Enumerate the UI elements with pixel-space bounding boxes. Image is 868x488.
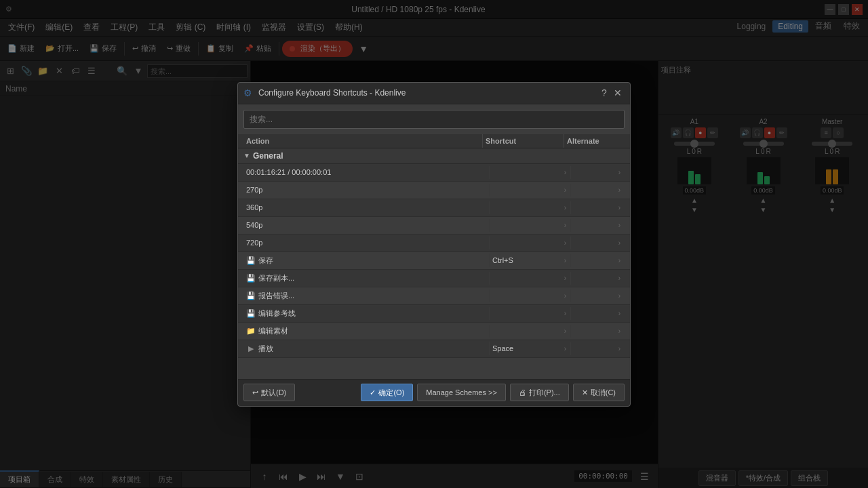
sc-alt-edit-7[interactable]: › bbox=[617, 292, 622, 300]
cancel-button[interactable]: ✕ 取消(C) bbox=[573, 384, 625, 401]
sc-text-10: 播放 bbox=[258, 344, 273, 354]
sc-text-7: 报告错误... bbox=[258, 291, 294, 301]
sc-shortcut-10: Space › bbox=[489, 342, 570, 355]
sc-icon-5: 💾 bbox=[246, 256, 256, 265]
sc-icon-10: ▶ bbox=[246, 344, 256, 353]
shortcuts-scroll-area[interactable]: ▼ General 00:01:16:21 / 00:00:00:01 › › bbox=[238, 148, 630, 379]
sc-action-1: 270p bbox=[243, 183, 489, 197]
sc-alternate-0: › bbox=[570, 166, 625, 179]
ok-button[interactable]: ✓ 确定(O) bbox=[361, 384, 413, 401]
sc-shortcut-4: › bbox=[489, 237, 570, 249]
sc-action-3: 540p bbox=[243, 218, 489, 232]
configure-shortcuts-dialog: ⚙ Configure Keyboard Shortcuts - Kdenliv… bbox=[237, 82, 631, 407]
sc-alt-edit-6[interactable]: › bbox=[617, 274, 622, 282]
sc-alternate-7: › bbox=[570, 289, 625, 302]
sc-shortcut-1: › bbox=[489, 184, 570, 197]
default-icon: ↩ bbox=[252, 388, 258, 397]
sc-shortcut-edit-6[interactable]: › bbox=[563, 274, 568, 282]
sc-text-3: 540p bbox=[246, 221, 262, 229]
sc-shortcut-edit-10[interactable]: › bbox=[563, 345, 568, 352]
cancel-icon: ✕ bbox=[582, 388, 588, 397]
sc-shortcut-edit-7[interactable]: › bbox=[563, 292, 568, 300]
table-row: 📁 编辑素材 › › bbox=[238, 323, 630, 340]
dialog-overlay: ⚙ Configure Keyboard Shortcuts - Kdenliv… bbox=[0, 0, 868, 488]
manage-schemes-button[interactable]: Manage Schemes >> bbox=[417, 384, 506, 401]
sc-alternate-10: › bbox=[570, 342, 625, 355]
sc-alternate-6: › bbox=[570, 272, 625, 285]
table-row: 360p › › bbox=[238, 199, 630, 217]
table-row: 💾 报告错误... › › bbox=[238, 287, 630, 305]
sc-alt-edit-2[interactable]: › bbox=[617, 204, 622, 211]
sc-alt-edit-5[interactable]: › bbox=[617, 257, 622, 264]
dialog-help-button[interactable]: ? bbox=[597, 86, 611, 100]
sc-action-2: 360p bbox=[243, 201, 489, 214]
dialog-footer: ↩ 默认(D) ✓ 确定(O) Manage Schemes >> 🖨 打印(P… bbox=[238, 379, 630, 406]
sc-shortcut-3: › bbox=[489, 219, 570, 232]
sc-shortcut-edit-0[interactable]: › bbox=[563, 169, 568, 176]
sc-shortcut-8: › bbox=[489, 307, 570, 320]
print-icon: 🖨 bbox=[519, 388, 526, 396]
sc-shortcut-2: › bbox=[489, 201, 570, 214]
sc-action-8: 💾 编辑参考线 bbox=[243, 306, 489, 321]
manage-label: Manage Schemes >> bbox=[426, 388, 497, 396]
shortcut-column-header: Shortcut bbox=[482, 134, 564, 148]
sc-alternate-4: › bbox=[570, 237, 625, 249]
table-row: 270p › › bbox=[238, 182, 630, 199]
sc-shortcut-val-10: Space bbox=[492, 344, 513, 352]
dialog-title: Configure Keyboard Shortcuts - Kdenlive bbox=[258, 88, 597, 98]
sc-action-7: 💾 报告错误... bbox=[243, 288, 489, 304]
sc-icon-9: 📁 bbox=[246, 326, 256, 336]
default-button[interactable]: ↩ 默认(D) bbox=[243, 384, 295, 401]
sc-action-9: 📁 编辑素材 bbox=[243, 323, 489, 339]
sc-shortcut-6: › bbox=[489, 272, 570, 285]
sc-action-10: ▶ 播放 bbox=[243, 341, 489, 357]
sc-text-0: 00:01:16:21 / 00:00:00:01 bbox=[246, 168, 331, 176]
sc-alt-edit-10[interactable]: › bbox=[617, 345, 622, 352]
action-column-header: Action bbox=[243, 134, 482, 148]
sc-alternate-3: › bbox=[570, 219, 625, 232]
sc-action-5: 💾 保存 bbox=[243, 253, 489, 268]
sc-text-6: 保存副本... bbox=[258, 273, 294, 283]
scrollbar-space bbox=[618, 134, 625, 148]
alternate-column-header: Alternate bbox=[564, 134, 618, 148]
sc-alternate-8: › bbox=[570, 307, 625, 320]
table-row: 💾 保存 Ctrl+S › › bbox=[238, 252, 630, 270]
general-group-header[interactable]: ▼ General bbox=[238, 148, 630, 164]
sc-shortcut-edit-9[interactable]: › bbox=[563, 327, 568, 335]
sc-alt-edit-4[interactable]: › bbox=[617, 239, 622, 247]
table-row: 💾 保存副本... › › bbox=[238, 270, 630, 287]
sc-shortcut-edit-5[interactable]: › bbox=[563, 257, 568, 264]
sc-alternate-2: › bbox=[570, 201, 625, 214]
sc-action-4: 720p bbox=[243, 236, 489, 249]
table-row: ▶ 播放 Space › › bbox=[238, 340, 630, 358]
sc-shortcut-0: › bbox=[489, 166, 570, 179]
shortcuts-search-input[interactable] bbox=[243, 110, 625, 129]
print-button[interactable]: 🖨 打印(P)... bbox=[510, 384, 569, 401]
sc-alt-edit-0[interactable]: › bbox=[617, 169, 622, 176]
sc-alternate-9: › bbox=[570, 325, 625, 338]
sc-alt-edit-9[interactable]: › bbox=[617, 327, 622, 335]
sc-shortcut-edit-3[interactable]: › bbox=[563, 222, 568, 229]
sc-alt-edit-8[interactable]: › bbox=[617, 310, 622, 317]
sc-text-1: 270p bbox=[246, 186, 262, 194]
ok-label: 确定(O) bbox=[378, 388, 404, 398]
sc-shortcut-edit-2[interactable]: › bbox=[563, 204, 568, 211]
sc-action-0: 00:01:16:21 / 00:00:00:01 bbox=[243, 165, 489, 179]
shortcuts-table-header: Action Shortcut Alternate bbox=[238, 134, 630, 148]
table-row: 540p › › bbox=[238, 217, 630, 235]
sc-shortcut-edit-4[interactable]: › bbox=[563, 239, 568, 247]
general-group-arrow: ▼ bbox=[243, 152, 250, 159]
dialog-titlebar: ⚙ Configure Keyboard Shortcuts - Kdenliv… bbox=[238, 83, 630, 104]
sc-text-9: 编辑素材 bbox=[258, 326, 288, 336]
sc-alt-edit-3[interactable]: › bbox=[617, 222, 622, 229]
sc-shortcut-edit-1[interactable]: › bbox=[563, 186, 568, 194]
sc-shortcut-val-5: Ctrl+S bbox=[492, 256, 513, 264]
ok-icon: ✓ bbox=[370, 388, 376, 397]
sc-shortcut-edit-8[interactable]: › bbox=[563, 310, 568, 317]
sc-alternate-1: › bbox=[570, 184, 625, 197]
dialog-close-button[interactable]: ✕ bbox=[611, 86, 625, 100]
sc-shortcut-9: › bbox=[489, 325, 570, 338]
table-row: 720p › › bbox=[238, 235, 630, 252]
cancel-label: 取消(C) bbox=[591, 388, 616, 398]
sc-alt-edit-1[interactable]: › bbox=[617, 186, 622, 194]
